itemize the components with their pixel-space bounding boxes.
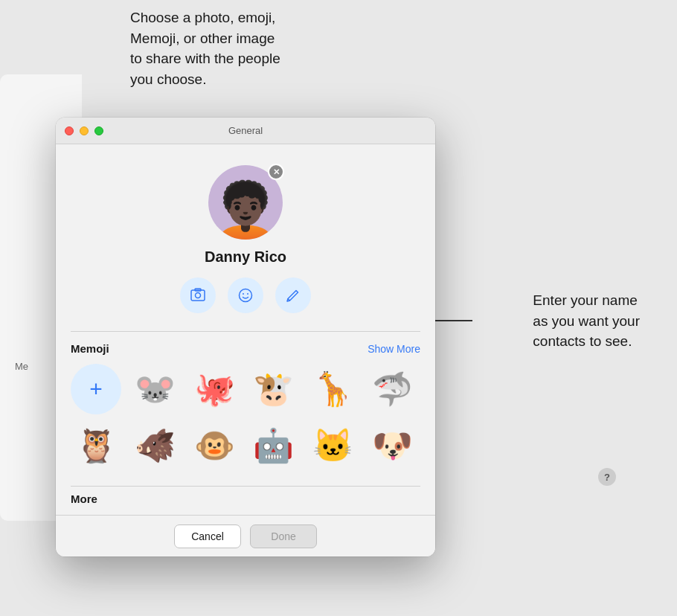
tooltip-top: Choose a photo, emoji,Memoji, or other i… [130, 7, 280, 89]
title-bar: General [56, 118, 435, 144]
memoji-header: Memoji Show More [71, 342, 420, 355]
avatar-container: 🧑🏿‍🦱 ✕ [208, 165, 283, 240]
tooltip-top-text: Choose a photo, emoji,Memoji, or other i… [130, 10, 280, 87]
memoji-section-label: Memoji [71, 342, 109, 355]
list-item[interactable]: 🐵 [189, 420, 240, 471]
list-item[interactable]: 🐮 [248, 364, 299, 414]
list-item[interactable]: 🦈 [367, 364, 417, 414]
tooltip-right-text: Enter your nameas you want yourcontacts … [533, 292, 640, 349]
traffic-lights [65, 126, 103, 135]
add-icon: + [89, 376, 103, 402]
list-item[interactable]: 🦒 [308, 364, 359, 414]
svg-point-3 [240, 289, 252, 302]
more-section-label: More [71, 493, 97, 505]
emoji-action-button[interactable] [228, 277, 263, 313]
svg-point-4 [243, 293, 244, 295]
avatar-remove-button[interactable]: ✕ [268, 164, 284, 180]
list-item[interactable]: 🤖 [248, 420, 299, 471]
done-button[interactable]: Done [250, 524, 317, 548]
svg-point-5 [247, 293, 248, 295]
svg-rect-0 [191, 290, 205, 301]
list-item[interactable]: 🐙 [189, 364, 240, 414]
help-button[interactable]: ? [598, 468, 616, 486]
dialog-window: General 🧑🏿‍🦱 ✕ Danny Rico [56, 118, 435, 556]
add-memoji-button[interactable]: + [71, 364, 121, 414]
window-title: General [228, 125, 263, 136]
list-item[interactable]: 🐗 [130, 420, 181, 471]
close-button[interactable] [65, 126, 74, 135]
dialog-footer: Cancel Done [56, 515, 435, 556]
dialog-body: 🧑🏿‍🦱 ✕ Danny Rico [56, 144, 435, 515]
list-item[interactable]: 🐱 [308, 420, 359, 471]
minimize-button[interactable] [80, 126, 89, 135]
action-buttons-row [180, 277, 311, 313]
avatar-emoji: 🧑🏿‍🦱 [212, 183, 279, 237]
more-section: More [56, 487, 435, 515]
user-name: Danny Rico [205, 248, 286, 266]
tooltip-right: Enter your nameas you want yourcontacts … [533, 290, 640, 352]
bg-window-label: Me [15, 361, 28, 372]
avatar-section: 🧑🏿‍🦱 ✕ Danny Rico [56, 144, 435, 331]
cancel-button[interactable]: Cancel [174, 524, 241, 548]
maximize-button[interactable] [94, 126, 103, 135]
memoji-section: Memoji Show More + 🐭 🐙 🐮 🦒 🦈 🦉 🐗 🐵 🤖 [56, 332, 435, 486]
list-item[interactable]: 🐭 [130, 364, 181, 414]
list-item[interactable]: 🐶 [367, 420, 417, 471]
photo-action-button[interactable] [180, 277, 216, 313]
show-more-link[interactable]: Show More [368, 343, 420, 355]
emoji-grid: + 🐭 🐙 🐮 🦒 🦈 🦉 🐗 🐵 🤖 🐱 🐶 [71, 364, 420, 471]
svg-point-1 [196, 293, 201, 298]
edit-action-button[interactable] [275, 277, 311, 313]
list-item[interactable]: 🦉 [71, 420, 121, 471]
